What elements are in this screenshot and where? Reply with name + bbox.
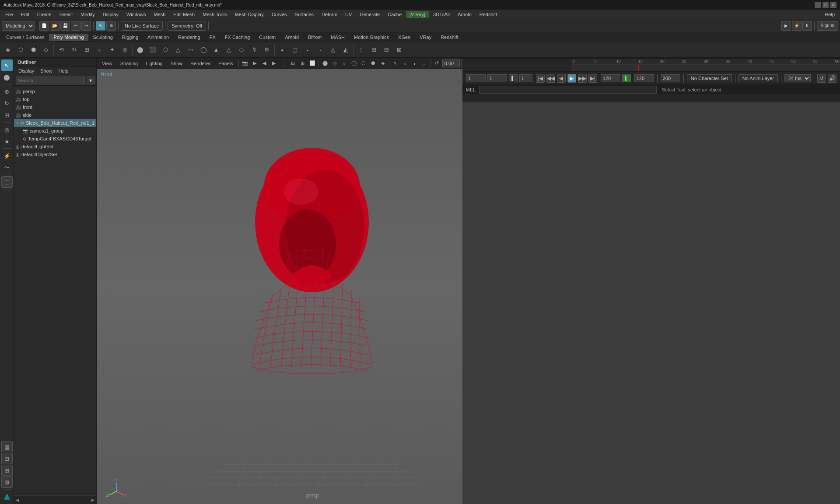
- select-icon-btn[interactable]: ◈: [2, 44, 14, 56]
- outliner-menu-show[interactable]: Show: [38, 68, 55, 74]
- range-start-field[interactable]: [466, 74, 486, 82]
- no-anim-layer-dropdown[interactable]: No Anim Layer: [738, 74, 778, 82]
- vp-menu-renderer[interactable]: Renderer: [187, 60, 214, 67]
- scale-tool-left[interactable]: ⊞: [1, 109, 13, 121]
- mesh2-icon-btn[interactable]: ⊞: [368, 44, 380, 56]
- cube-icon-btn[interactable]: ⬛: [147, 44, 159, 56]
- soft-icon-btn[interactable]: ◎: [119, 44, 131, 56]
- tab-sculpting[interactable]: Sculpting: [89, 34, 117, 41]
- mode-dropdown[interactable]: Modeling: [2, 21, 35, 31]
- vp-grid-btn[interactable]: ⊞: [298, 59, 307, 68]
- deform2-icon-btn[interactable]: ◫: [289, 44, 301, 56]
- new-file-button[interactable]: 📄: [39, 21, 49, 31]
- no-character-set-dropdown[interactable]: No Character Set: [687, 74, 732, 82]
- menu-uv[interactable]: UV: [342, 11, 355, 18]
- timeline-ruler[interactable]: 0 5 10 15 20 25 30 35 40 45 50 55 60 65: [573, 59, 840, 65]
- vp-select-btn2[interactable]: ⬦: [401, 59, 410, 68]
- step-forward-button[interactable]: ▶▶: [578, 74, 587, 83]
- vp-shading-btn6[interactable]: ⬢: [369, 59, 378, 68]
- panel1-tool[interactable]: ▦: [1, 441, 13, 452]
- play-forward-button[interactable]: ▶: [567, 74, 576, 83]
- menu-create[interactable]: Create: [34, 11, 55, 18]
- vp-menu-shading[interactable]: Shading: [117, 60, 141, 67]
- paint-select-tool[interactable]: ⬤: [1, 71, 13, 83]
- step-back-button[interactable]: ◀◀: [546, 74, 555, 83]
- menu-mesh-tools[interactable]: Mesh Tools: [199, 11, 230, 18]
- vp-reset-btn[interactable]: ↺: [433, 59, 441, 68]
- outliner-item-side[interactable]: 🎥 side: [14, 111, 96, 119]
- menu-curves[interactable]: Curves: [268, 11, 290, 18]
- vp-field-1[interactable]: [442, 60, 460, 67]
- ipr-button[interactable]: ⚡: [792, 21, 802, 31]
- maximize-button[interactable]: □: [822, 2, 829, 8]
- tab-mash[interactable]: MASH: [326, 34, 349, 41]
- sphere-icon-btn[interactable]: ⬤: [134, 44, 146, 56]
- mesh4-icon-btn[interactable]: ⊠: [393, 44, 405, 56]
- tab-rendering[interactable]: Rendering: [174, 34, 205, 41]
- vp-capture-btn[interactable]: 📷: [241, 59, 249, 68]
- vp-shading-btn2[interactable]: ◎: [330, 59, 339, 68]
- vp-shading-btn3[interactable]: ○: [340, 59, 349, 68]
- tab-fx[interactable]: FX: [205, 34, 220, 41]
- outliner-search-input[interactable]: [16, 77, 85, 84]
- outliner-item-top[interactable]: 🎥 top: [14, 95, 96, 103]
- menu-deform[interactable]: Deform: [318, 11, 341, 18]
- no-live-surface[interactable]: No Live Surface: [121, 21, 163, 31]
- render-region-tool[interactable]: ⬚: [1, 176, 13, 188]
- menu-arnold[interactable]: Arnold: [454, 11, 475, 18]
- outliner-item-persp[interactable]: 🎥 persp: [14, 88, 96, 95]
- soft-mod-tool[interactable]: ◎: [1, 124, 13, 135]
- menu-vray[interactable]: [V-Ray]: [406, 11, 429, 18]
- pivot-icon-btn[interactable]: ✦: [106, 44, 118, 56]
- paint-icon-btn[interactable]: ⬢: [27, 44, 39, 56]
- deform3-icon-btn[interactable]: ⬩: [301, 44, 314, 56]
- save-file-button[interactable]: 💾: [60, 21, 70, 31]
- outliner-item-camera1[interactable]: 📷 camera1_group: [14, 127, 96, 135]
- tab-redshift[interactable]: Redshift: [436, 34, 462, 41]
- vp-menu-lighting[interactable]: Lighting: [142, 60, 166, 67]
- pause-button[interactable]: ⏸: [802, 21, 812, 31]
- vp-shading-btn7[interactable]: ◈: [378, 59, 387, 68]
- tab-vray[interactable]: VRay: [415, 34, 436, 41]
- minimize-button[interactable]: —: [815, 2, 821, 8]
- cone-icon-btn[interactable]: △: [172, 44, 184, 56]
- mesh1-icon-btn[interactable]: ⫶: [355, 44, 367, 56]
- pyramid-icon-btn[interactable]: △: [223, 44, 235, 56]
- vp-select-btn4[interactable]: ⬩: [420, 59, 429, 68]
- tab-animation[interactable]: Animation: [143, 34, 173, 41]
- tab-xgen[interactable]: XGen: [394, 34, 415, 41]
- mel-input[interactable]: [479, 86, 656, 94]
- select-tool-button[interactable]: ↖: [96, 21, 105, 31]
- prism-icon-btn[interactable]: ▲: [210, 44, 222, 56]
- transform-icon-btn[interactable]: ⟲: [55, 44, 67, 56]
- outliner-menu-display[interactable]: Display: [16, 68, 37, 74]
- lasso-icon-btn[interactable]: ⬡: [14, 44, 27, 56]
- menu-3dtoall[interactable]: 3DToAll: [430, 11, 453, 18]
- snap-tool[interactable]: ⚡: [1, 150, 13, 161]
- tab-fx-caching[interactable]: FX Caching: [220, 34, 254, 41]
- outliner-item-sleek-bob[interactable]: ▼ ⚙ Sleek_Bob_Haircut_Red_nd1_1: [14, 119, 96, 127]
- scale-icon-btn[interactable]: ⊞: [80, 44, 93, 56]
- deform1-icon-btn[interactable]: ⬧: [276, 44, 288, 56]
- vp-prev-btn[interactable]: ◀: [260, 59, 269, 68]
- vp-select-btn3[interactable]: ⬧: [410, 59, 419, 68]
- outliner-item-objectset[interactable]: ◎ defaultObjectSet: [14, 150, 96, 158]
- torus-icon-btn[interactable]: ◯: [197, 44, 210, 56]
- menu-select[interactable]: Select: [56, 11, 77, 18]
- vp-iso-btn[interactable]: ⬚: [279, 59, 288, 68]
- jump-start-button[interactable]: |◀: [536, 74, 545, 83]
- menu-mesh-display[interactable]: Mesh Display: [231, 11, 267, 18]
- tab-rigging[interactable]: Rigging: [118, 34, 143, 41]
- menu-windows[interactable]: Windows: [123, 11, 150, 18]
- vp-next-btn[interactable]: ▶: [270, 59, 278, 68]
- jump-end-button[interactable]: ▶|: [588, 74, 597, 83]
- timeline-main[interactable]: 0 5 10 15 20 25 30 35 40 45 50 55 60 65: [573, 59, 840, 71]
- timeline-playhead[interactable]: [638, 65, 639, 71]
- max-time-field[interactable]: [634, 74, 654, 82]
- pipe-icon-btn[interactable]: ⬭: [235, 44, 248, 56]
- menu-help[interactable]: Help: [821, 11, 838, 18]
- select-tool-left[interactable]: ↖: [1, 60, 13, 71]
- rotate-icon-btn[interactable]: ↻: [68, 44, 80, 56]
- vp-shading-btn4[interactable]: ◯: [350, 59, 358, 68]
- vp-gate-btn[interactable]: ⬜: [308, 59, 317, 68]
